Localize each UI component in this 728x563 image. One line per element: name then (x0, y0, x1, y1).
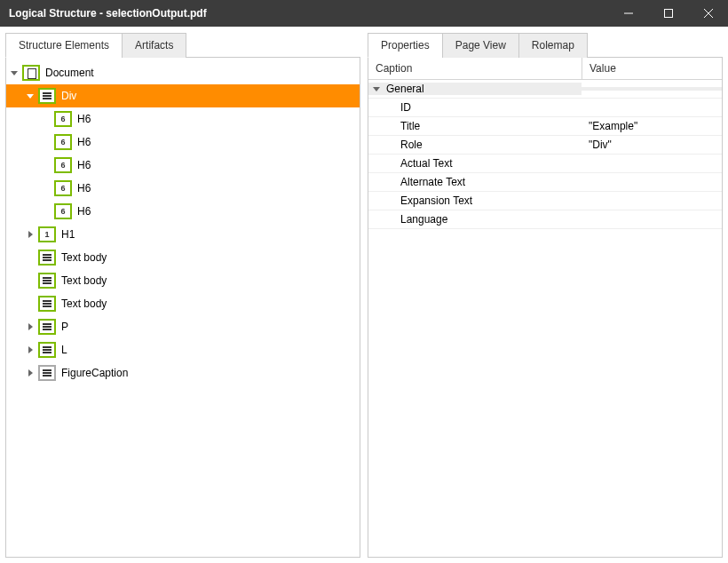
right-tab-page-view[interactable]: Page View (442, 33, 519, 58)
node-label: P (59, 321, 68, 333)
node-type-icon (38, 319, 56, 335)
node-type-icon (22, 65, 40, 81)
right-tabs: PropertiesPage ViewRolemap (368, 32, 723, 58)
maximize-button[interactable] (648, 0, 688, 27)
node-type-icon (38, 342, 56, 358)
node-type-icon: 6 (54, 180, 72, 196)
header-caption: Caption (368, 58, 582, 79)
property-row-language[interactable]: Language (368, 210, 722, 229)
property-caption: Actual Text (368, 157, 582, 170)
minimize-button[interactable] (608, 0, 648, 27)
node-label: H6 (75, 136, 91, 148)
node-label: H6 (75, 159, 91, 171)
header-value: Value (582, 58, 722, 79)
titlebar: Logical Structure - selectionOutput.pdf (0, 0, 728, 27)
close-button[interactable] (688, 0, 728, 27)
node-type-icon: 6 (54, 157, 72, 173)
right-tab-rolemap[interactable]: Rolemap (518, 33, 588, 58)
left-tabs: Structure ElementsArtifacts (5, 32, 360, 58)
expander-icon[interactable] (24, 228, 36, 241)
expander-icon[interactable] (8, 67, 20, 79)
property-value[interactable] (582, 106, 722, 109)
property-row-role[interactable]: Role"Div" (368, 136, 722, 155)
tree-node-document[interactable]: Document (6, 61, 360, 84)
property-row-title[interactable]: Title"Example" (368, 117, 722, 136)
tree-node-l[interactable]: L (6, 338, 360, 361)
minimize-icon (624, 9, 633, 18)
node-label: Div (59, 90, 76, 102)
node-type-icon (38, 88, 56, 104)
tree-node-p[interactable]: P (6, 315, 360, 338)
node-type-icon (38, 296, 56, 312)
property-caption: Role (368, 139, 582, 151)
tree-node-h6[interactable]: 6H6 (6, 154, 360, 177)
properties-panel: PropertiesPage ViewRolemap Caption Value… (368, 32, 723, 558)
property-value[interactable] (582, 218, 722, 221)
node-type-icon (38, 365, 56, 381)
structure-panel: Structure ElementsArtifacts DocumentDiv6… (5, 32, 360, 558)
node-type-icon: 6 (54, 203, 72, 219)
node-label: Document (44, 67, 94, 79)
property-row-actual-text[interactable]: Actual Text (368, 155, 722, 173)
property-value[interactable] (582, 199, 722, 202)
properties-header: Caption Value (368, 58, 722, 80)
node-label: H1 (59, 228, 75, 241)
property-caption: Language (368, 213, 582, 226)
node-type-icon: 6 (54, 134, 72, 150)
left-tab-artifacts[interactable]: Artifacts (122, 33, 186, 58)
structure-tree[interactable]: DocumentDiv6H66H66H66H66H61H1Text bodyTe… (5, 58, 360, 558)
left-tab-structure-elements[interactable]: Structure Elements (5, 33, 123, 58)
node-label: Text body (59, 251, 107, 264)
property-group-general[interactable]: General (368, 80, 722, 99)
property-value[interactable] (582, 180, 722, 184)
property-value[interactable]: "Div" (582, 137, 722, 153)
property-caption: Title (368, 120, 582, 132)
node-type-icon: 6 (54, 111, 72, 127)
property-caption: ID (368, 101, 582, 114)
tree-node-text-body[interactable]: Text body (6, 269, 360, 292)
property-row-expansion-text[interactable]: Expansion Text (368, 192, 722, 210)
close-icon (704, 9, 713, 18)
tree-node-h6[interactable]: 6H6 (6, 200, 360, 223)
expander-icon[interactable] (24, 344, 36, 356)
tree-node-h6[interactable]: 6H6 (6, 107, 360, 131)
expander-icon[interactable] (24, 367, 36, 379)
tree-node-text-body[interactable]: Text body (6, 246, 360, 269)
properties-table[interactable]: Caption Value GeneralIDTitle"Example"Rol… (368, 58, 723, 558)
expander-icon[interactable] (24, 321, 36, 333)
node-label: Text body (59, 274, 107, 287)
node-type-icon (38, 273, 56, 289)
group-label: General (386, 83, 424, 95)
node-label: L (59, 344, 67, 356)
tree-node-figurecaption[interactable]: FigureCaption (6, 361, 360, 385)
right-tab-properties[interactable]: Properties (368, 33, 443, 58)
node-type-icon: 1 (38, 226, 56, 242)
property-value[interactable] (582, 162, 722, 165)
property-caption: Expansion Text (368, 194, 582, 207)
property-row-id[interactable]: ID (368, 99, 722, 117)
node-label: FigureCaption (59, 367, 128, 379)
chevron-down-icon (370, 83, 383, 95)
node-label: Text body (59, 297, 107, 310)
tree-node-h6[interactable]: 6H6 (6, 131, 360, 154)
node-type-icon (38, 250, 56, 266)
property-caption: Alternate Text (368, 176, 582, 188)
svg-rect-1 (664, 10, 672, 18)
maximize-icon (664, 9, 673, 18)
node-label: H6 (75, 205, 91, 218)
tree-node-text-body[interactable]: Text body (6, 292, 360, 315)
tree-node-div[interactable]: Div (6, 84, 360, 107)
tree-node-h1[interactable]: 1H1 (6, 223, 360, 246)
node-label: H6 (75, 113, 91, 125)
tree-node-h6[interactable]: 6H6 (6, 177, 360, 200)
property-value[interactable]: "Example" (582, 118, 722, 134)
expander-icon[interactable] (24, 90, 36, 102)
node-label: H6 (75, 182, 91, 194)
window-title: Logical Structure - selectionOutput.pdf (9, 7, 608, 20)
property-row-alternate-text[interactable]: Alternate Text (368, 173, 722, 192)
